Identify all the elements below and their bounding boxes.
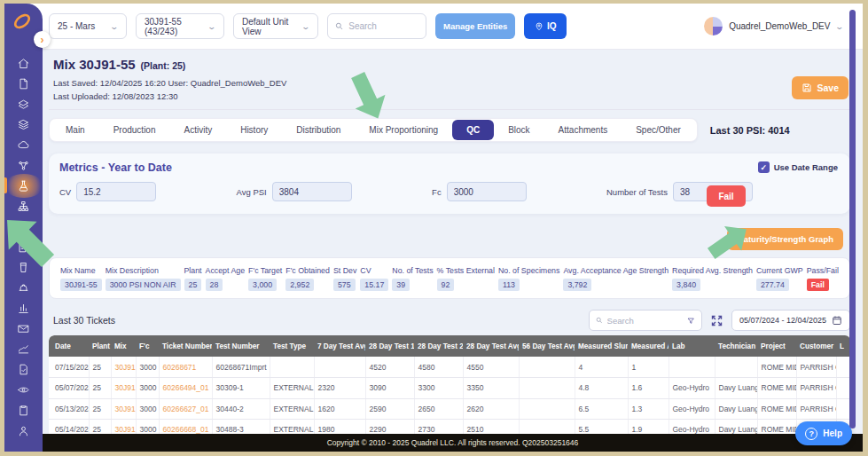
stat-current-gwp: Current GWP277.74 [756, 266, 803, 291]
tickets-search[interactable] [589, 310, 702, 331]
fail-button[interactable]: Fail [707, 185, 746, 207]
manage-entities-button[interactable]: Manage Entities [435, 13, 515, 39]
tab-mix-proportioning[interactable]: Mix Proportioning [355, 120, 452, 140]
tab-block[interactable]: Block [494, 120, 543, 140]
vertical-scrollbar[interactable] [849, 10, 856, 428]
stat-label: Mix Name [60, 266, 102, 275]
bar-chart-icon[interactable] [12, 302, 36, 315]
expand-table-icon[interactable] [710, 314, 723, 327]
table-row[interactable]: 05/07/20242530J91..300060266494_0130309-… [49, 378, 850, 399]
stat-pass-fail: Pass/FailFail [807, 266, 839, 291]
global-search[interactable] [327, 13, 426, 39]
ticket-cell: 05/07/2024 [49, 378, 89, 399]
col-header-l[interactable]: L [836, 335, 850, 357]
tab-activity[interactable]: Activity [170, 120, 227, 140]
tab-qc[interactable]: QC [452, 120, 494, 140]
help-button[interactable]: ? Help [795, 421, 852, 445]
cloud-icon[interactable] [12, 138, 36, 152]
file-check-icon[interactable] [12, 363, 36, 376]
filter-funnel-icon[interactable] [687, 316, 694, 326]
col-header-test-type[interactable]: Test Type [270, 335, 314, 357]
ticket-cell: 25 [89, 378, 111, 399]
stat-value: 25 [184, 279, 202, 291]
sidebar-expand-button[interactable]: › [34, 31, 51, 48]
wave-chart-icon[interactable] [12, 342, 36, 356]
stat-label: Required Avg. Strength [672, 266, 753, 275]
ticket-cell: 30J91.. [111, 357, 136, 378]
helmet-icon[interactable] [12, 281, 36, 295]
metric-input-avg-psi[interactable] [272, 182, 352, 201]
tab-spec-other[interactable]: Spec/Other [622, 120, 695, 140]
col-header-lab[interactable]: Lab [669, 335, 715, 357]
ticket-cell: 6.5 [575, 398, 628, 420]
eye-icon[interactable] [12, 383, 36, 397]
maturity-strength-graph-button[interactable]: Maturity/Strength Graph [727, 228, 843, 250]
user-icon[interactable] [12, 424, 36, 437]
layers-icon[interactable] [12, 98, 36, 111]
hierarchy-icon[interactable] [12, 200, 36, 213]
tab-main[interactable]: Main [51, 120, 99, 140]
documents-icon[interactable] [12, 77, 36, 90]
flask-icon[interactable] [12, 179, 36, 193]
col-header-plant[interactable]: Plant [89, 335, 111, 357]
metric-field-avg-psi: Avg PSI [237, 182, 352, 201]
plant-dropdown[interactable]: 25 - Mars ⌄ [49, 13, 127, 39]
ticket-cell: 1.3 [628, 398, 669, 420]
stat-label: Plant [184, 266, 202, 275]
col-header-technician[interactable]: Technician [715, 335, 757, 357]
user-menu[interactable]: Quadrel_DemoWeb_DEV ⌄ [704, 17, 843, 35]
stack-icon[interactable] [12, 118, 36, 131]
mail-badge-icon[interactable] [12, 322, 36, 335]
stat-mix-description: Mix Description3000 PSI NON AIR [106, 266, 181, 291]
folder-icon[interactable] [12, 220, 36, 233]
col-header-28-day-test-2[interactable]: 28 Day Test 2 [414, 335, 463, 357]
tab-production[interactable]: Production [99, 120, 170, 140]
col-header-ticket-number[interactable]: Ticket Number [159, 335, 212, 357]
home-icon[interactable] [12, 57, 36, 70]
col-header-date[interactable]: Date [49, 335, 89, 357]
table-row[interactable]: 05/13/20242530J91..300060266627_0130440-… [49, 398, 850, 420]
col-header-project[interactable]: Project [757, 335, 796, 357]
col-header-f-c[interactable]: F'c [136, 335, 159, 357]
mix-dropdown[interactable]: 30J91-55 (43/243) ⌄ [136, 13, 224, 39]
last-uploaded-text: Last Uploaded: 12/08/2023 12:30 [49, 91, 850, 101]
ticket-cell: 4520 [365, 357, 414, 378]
ticket-cell: 4550 [463, 357, 519, 378]
clipboard-badge-icon[interactable] [12, 404, 36, 417]
metric-input-cv[interactable] [76, 182, 156, 201]
avatar [704, 17, 723, 35]
col-header-56-day-test-avg[interactable]: 56 Day Test Avg. [519, 335, 575, 357]
iq-button[interactable]: IQ [524, 13, 567, 39]
date-range-picker[interactable]: 05/07/2024 - 12/04/2025 [731, 310, 850, 331]
col-header-measured-slump[interactable]: Measured Slump [575, 335, 628, 357]
user-name: Quadrel_DemoWeb_DEV [729, 21, 830, 31]
col-header-measured-air[interactable]: Measured Air [628, 335, 669, 357]
use-date-range-checkbox[interactable]: ✓ Use Date Range [758, 161, 838, 173]
invoice-icon[interactable] [12, 240, 36, 254]
tab-attachments[interactable]: Attachments [544, 120, 622, 140]
sidebar-nav [4, 57, 43, 437]
stat-value: 15.17 [360, 279, 388, 291]
metric-input-fc[interactable] [447, 182, 527, 201]
ticket-cell: PARRISH C.. [796, 398, 836, 420]
table-row[interactable]: 07/15/20242530J91..30006026867160268671I… [49, 357, 850, 378]
save-button[interactable]: Save [792, 76, 848, 99]
tab-history[interactable]: History [226, 120, 282, 140]
col-header-mix[interactable]: Mix [111, 335, 136, 357]
molecule-icon[interactable] [12, 159, 36, 172]
tickets-search-input[interactable] [607, 316, 684, 326]
col-header-7-day-test-avg[interactable]: 7 Day Test Avg. [314, 335, 365, 357]
global-search-input[interactable] [348, 21, 418, 31]
col-header-28-day-test-1[interactable]: 28 Day Test 1 [365, 335, 414, 357]
col-header-test-number[interactable]: Test Number [212, 335, 270, 357]
tab-distribution[interactable]: Distribution [282, 120, 355, 140]
ticket-cell: Davy Luang.. [715, 398, 757, 420]
col-header-customer[interactable]: Customer [796, 335, 836, 357]
unit-view-dropdown[interactable]: Default Unit View ⌄ [233, 13, 318, 39]
stat-label: F'c Target [248, 266, 282, 275]
col-header-28-day-test-avg[interactable]: 28 Day Test Avg. [463, 335, 519, 357]
stat-label: Mix Description [106, 266, 181, 275]
plant-subtitle: (Plant: 25) [141, 60, 186, 71]
container-icon[interactable] [12, 261, 36, 274]
metrics-card: Metrics - Year to Date ✓ Use Date Range … [49, 153, 850, 214]
